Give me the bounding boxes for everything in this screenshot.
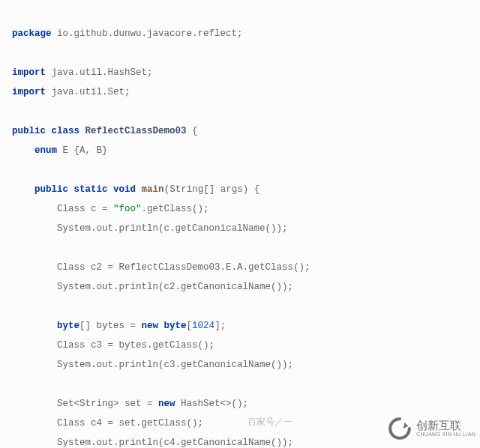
keyword-static: static bbox=[74, 184, 108, 195]
number-1024: 1024 bbox=[192, 321, 214, 331]
keyword-public: public bbox=[12, 126, 46, 136]
line-enum: enum E {A, B} bbox=[12, 145, 108, 156]
keyword-new: new bbox=[142, 321, 159, 331]
line-import-2: import java.util.Set; bbox=[12, 87, 130, 97]
line-package: package io.github.dunwu.javacore.reflect… bbox=[12, 28, 243, 39]
line-println-c4: System.out.println(c4.getCanonicalName()… bbox=[12, 438, 293, 448]
line-bytes: byte[] bytes = new byte[1024]; bbox=[12, 321, 226, 331]
watermark-center: 百家号／一 bbox=[248, 412, 292, 432]
code-block: package io.github.dunwu.javacore.reflect… bbox=[12, 4, 480, 448]
line-println-c2: System.out.println(c2.getCanonicalName()… bbox=[12, 282, 293, 292]
keyword-byte: byte bbox=[57, 321, 80, 331]
watermark-brand: 创新互联 CHUANG XIN HU LIAN bbox=[388, 417, 476, 441]
bytes-pre: [] bytes = bbox=[80, 321, 142, 331]
set-post: HashSet<>(); bbox=[176, 399, 249, 409]
brace-open: { bbox=[187, 126, 198, 136]
c-decl: Class c = bbox=[12, 204, 113, 214]
keyword-byte: byte bbox=[164, 321, 187, 331]
brand-logo-icon bbox=[388, 417, 412, 441]
method-main: main bbox=[142, 184, 164, 195]
enum-decl: E {A, B} bbox=[57, 145, 108, 156]
brand-name-cn: 创新互联 bbox=[416, 420, 476, 432]
keyword-import: import bbox=[12, 67, 46, 78]
import-name-1: java.util.HashSet; bbox=[46, 67, 153, 78]
keyword-void: void bbox=[113, 184, 136, 195]
set-pre: Set<String> set = bbox=[12, 399, 158, 409]
main-args: (String[] args) { bbox=[164, 184, 260, 195]
keyword-public: public bbox=[34, 184, 68, 195]
keyword-new: new bbox=[158, 399, 176, 409]
line-class-decl: public class ReflectClassDemo03 { bbox=[12, 126, 198, 136]
line-println-c3: System.out.println(c3.getCanonicalName()… bbox=[12, 360, 293, 370]
import-name-2: java.util.Set; bbox=[46, 87, 130, 97]
indent bbox=[12, 321, 57, 331]
brand-name-en: CHUANG XIN HU LIAN bbox=[416, 432, 476, 438]
keyword-import: import bbox=[12, 87, 46, 97]
brand-text-stack: 创新互联 CHUANG XIN HU LIAN bbox=[416, 420, 476, 438]
string-foo: "foo" bbox=[113, 204, 142, 214]
line-c: Class c = "foo".getClass(); bbox=[12, 204, 209, 214]
keyword-enum: enum bbox=[34, 145, 57, 156]
line-set: Set<String> set = new HashSet<>(); bbox=[12, 399, 248, 409]
line-main-sig: public static void main(String[] args) { bbox=[12, 184, 260, 195]
line-c3: Class c3 = bytes.getClass(); bbox=[12, 340, 214, 351]
line-println-c: System.out.println(c.getCanonicalName())… bbox=[12, 223, 288, 234]
bytes-end: ]; bbox=[214, 321, 226, 331]
keyword-class: class bbox=[52, 126, 80, 136]
watermark-center-text: 百家号／一 bbox=[248, 417, 292, 427]
class-name: ReflectClassDemo03 bbox=[86, 126, 187, 136]
c-after: .getClass(); bbox=[142, 204, 209, 214]
line-c2: Class c2 = ReflectClassDemo03.E.A.getCla… bbox=[12, 262, 310, 273]
keyword-package: package bbox=[12, 28, 52, 39]
package-name: io.github.dunwu.javacore.reflect; bbox=[52, 28, 243, 39]
line-import-1: import java.util.HashSet; bbox=[12, 67, 153, 78]
line-c4: Class c4 = set.getClass(); bbox=[12, 418, 203, 429]
bytes-post: [ bbox=[187, 321, 193, 331]
